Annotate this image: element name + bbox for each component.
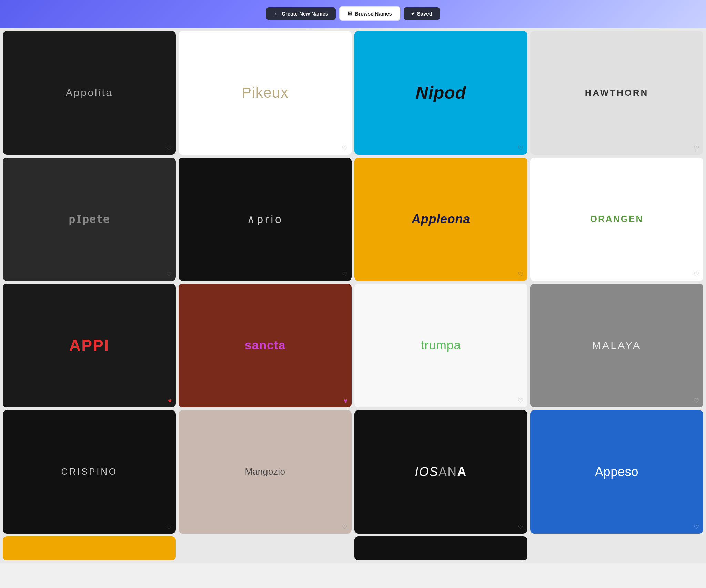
card-appeso[interactable]: Appeso ♡ — [530, 410, 703, 534]
card-crispino[interactable]: CRISPINO ♡ — [3, 410, 176, 534]
card-name-pipete: pIpete — [65, 209, 113, 229]
heart-button-pikeux[interactable]: ♡ — [342, 145, 347, 151]
card-name-appeso: Appeso — [592, 461, 642, 483]
grid-icon: ⊞ — [347, 10, 352, 17]
card-name-appleona: Appleona — [408, 209, 474, 230]
heart-button-appleona[interactable]: ♡ — [518, 271, 523, 277]
heart-button-iosana[interactable]: ♡ — [518, 524, 523, 530]
heart-icon: ♥ — [411, 11, 414, 17]
card-name-orangen: ORANGEN — [587, 210, 647, 228]
card-partial-orange[interactable] — [3, 536, 176, 560]
card-name-malaya: MALAYA — [589, 336, 645, 355]
heart-button-orangen[interactable]: ♡ — [694, 271, 699, 277]
names-grid: Appolita ♡ Pikeux ♡ Nipod ♡ HAWTHORN ♡ p… — [0, 28, 706, 563]
card-sancta[interactable]: sancta ♥ — [179, 284, 352, 407]
card-name-hawthorn: HAWTHORN — [582, 84, 652, 102]
card-name-pikeux: Pikeux — [238, 81, 292, 104]
card-name-crispino: CRISPINO — [58, 463, 121, 480]
arrow-left-icon: ← — [274, 11, 279, 17]
heart-button-appeso[interactable]: ♡ — [694, 524, 699, 530]
create-names-button[interactable]: ← Create New Names — [266, 7, 336, 20]
heart-button-appi[interactable]: ♥ — [168, 398, 172, 404]
card-appolita[interactable]: Appolita ♡ — [3, 31, 176, 155]
card-name-mangozio: Mangozio — [242, 463, 289, 480]
card-partial-empty1 — [179, 536, 352, 560]
card-name-iosana: IOSANA — [411, 461, 470, 483]
heart-button-nipod[interactable]: ♡ — [518, 145, 523, 151]
heart-button-pipete[interactable]: ♡ — [166, 271, 172, 277]
card-malaya[interactable]: MALAYA ♡ — [530, 284, 703, 407]
card-partial-empty2 — [530, 536, 703, 560]
heart-button-sancta[interactable]: ♥ — [344, 398, 347, 404]
card-hawthorn[interactable]: HAWTHORN ♡ — [530, 31, 703, 155]
heart-button-trumpa[interactable]: ♡ — [518, 398, 523, 404]
heart-button-crispino[interactable]: ♡ — [166, 524, 172, 530]
card-appleona[interactable]: Appleona ♡ — [354, 158, 527, 281]
saved-label: Saved — [417, 11, 432, 17]
heart-button-aprio[interactable]: ♡ — [342, 271, 347, 277]
card-orangen[interactable]: ORANGEN ♡ — [530, 158, 703, 281]
card-partial-dark[interactable] — [354, 536, 527, 560]
card-name-nipod: Nipod — [412, 79, 470, 106]
card-pikeux[interactable]: Pikeux ♡ — [179, 31, 352, 155]
browse-names-button[interactable]: ⊞ Browse Names — [339, 6, 400, 21]
card-name-sancta: sancta — [241, 335, 289, 356]
card-pipete[interactable]: pIpete ♡ — [3, 158, 176, 281]
create-names-label: Create New Names — [282, 11, 328, 17]
heart-button-malaya[interactable]: ♡ — [694, 398, 699, 404]
card-iosana[interactable]: IOSANA ♡ — [354, 410, 527, 534]
heart-button-mangozio[interactable]: ♡ — [342, 524, 347, 530]
heart-button-hawthorn[interactable]: ♡ — [694, 145, 699, 151]
card-name-appolita: Appolita — [62, 83, 116, 102]
card-aprio[interactable]: ∧prio ♡ — [179, 158, 352, 281]
card-nipod[interactable]: Nipod ♡ — [354, 31, 527, 155]
heart-button-appolita[interactable]: ♡ — [166, 145, 172, 151]
saved-button[interactable]: ♥ Saved — [404, 7, 440, 20]
header: ← Create New Names ⊞ Browse Names ♥ Save… — [0, 0, 706, 28]
card-name-trumpa: trumpa — [417, 335, 464, 356]
card-name-appi: APPI — [66, 333, 113, 358]
card-name-aprio: ∧prio — [243, 209, 286, 229]
browse-names-label: Browse Names — [355, 11, 392, 17]
card-trumpa[interactable]: trumpa ♡ — [354, 284, 527, 407]
card-appi[interactable]: APPI ♥ — [3, 284, 176, 407]
card-mangozio[interactable]: Mangozio ♡ — [179, 410, 352, 534]
